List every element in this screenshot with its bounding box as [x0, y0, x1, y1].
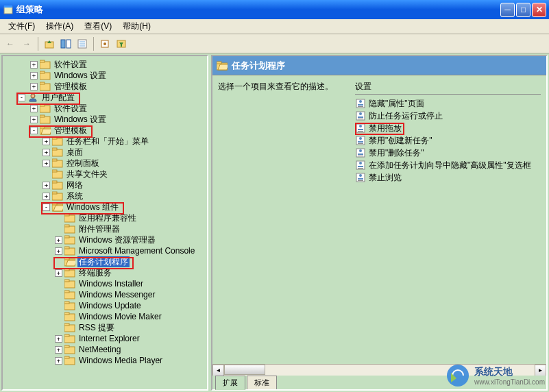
tree-label[interactable]: Windows 设置 — [53, 70, 108, 81]
tree-item[interactable]: +Windows 设置 — [3, 70, 207, 81]
expand-icon[interactable]: + — [42, 182, 50, 189]
tree-item[interactable]: +控制面板 — [3, 158, 207, 169]
expand-icon[interactable]: + — [30, 72, 38, 79]
expand-icon[interactable]: + — [55, 269, 62, 277]
collapse-icon[interactable]: - — [18, 94, 25, 101]
tree-label[interactable]: Windows Messenger — [77, 289, 156, 300]
nav-up-button[interactable] — [42, 36, 57, 51]
tree-item[interactable]: +系统 — [3, 191, 207, 201]
tree-item[interactable]: +软件设置 — [3, 103, 207, 114]
tree-label[interactable]: NetMeeting — [77, 344, 122, 355]
tree-item[interactable]: +网络 — [3, 180, 207, 191]
tree-item[interactable]: +软件设置 — [3, 59, 207, 70]
menu-help[interactable]: 帮助(H) — [117, 19, 156, 34]
tree-item[interactable]: +管理模板 — [3, 81, 207, 92]
tree-item[interactable]: -Windows 组件 — [3, 201, 207, 212]
tree-label[interactable]: 网络 — [65, 180, 84, 191]
tree-item[interactable]: Windows Movie Maker — [3, 311, 207, 322]
expand-icon[interactable]: + — [55, 357, 62, 365]
expand-icon[interactable]: + — [55, 335, 62, 343]
scroll-track[interactable] — [224, 365, 535, 376]
tree-item[interactable]: Windows Messenger — [3, 289, 207, 300]
tree-label[interactable]: Windows Installer — [77, 278, 145, 289]
tree-label[interactable]: 任务栏和「开始」菜单 — [65, 136, 150, 147]
tree-item[interactable]: -管理模板 — [3, 125, 207, 136]
tree-item[interactable]: 任务计划程序 — [3, 256, 207, 267]
tree-item[interactable]: +Windows 资源管理器 — [3, 234, 207, 245]
tree-label[interactable]: Windows 资源管理器 — [77, 234, 157, 245]
expand-icon[interactable]: + — [42, 193, 50, 200]
expand-icon[interactable]: + — [42, 149, 50, 156]
setting-item[interactable]: 隐藏"属性"页面 — [355, 97, 541, 110]
expand-icon[interactable]: + — [30, 116, 38, 123]
setting-item[interactable]: 防止任务运行或停止 — [355, 110, 541, 122]
export-button[interactable] — [97, 36, 112, 51]
expand-icon[interactable]: + — [42, 160, 50, 167]
tree-label[interactable]: Windows Movie Maker — [77, 311, 163, 322]
close-button[interactable]: ✕ — [532, 3, 546, 17]
tree-item[interactable]: +Windows 设置 — [3, 114, 207, 125]
tree-item[interactable]: 附件管理器 — [3, 223, 207, 234]
tree-label[interactable]: 软件设置 — [53, 59, 88, 70]
collapse-icon[interactable]: - — [42, 204, 50, 211]
tree-panel[interactable]: +软件设置+Windows 设置+管理模板-用户配置+软件设置+Windows … — [1, 55, 208, 391]
tree-item[interactable]: +任务栏和「开始」菜单 — [3, 136, 207, 147]
tree-label[interactable]: 终端服务 — [77, 267, 113, 278]
tree-item[interactable]: +Windows Media Player — [3, 355, 207, 366]
scroll-right-button[interactable]: ► — [535, 365, 546, 376]
setting-item[interactable]: 禁用"创建新任务" — [355, 134, 541, 147]
setting-item[interactable]: 禁用"删除任务" — [355, 147, 541, 159]
tree-item[interactable]: Windows Update — [3, 300, 207, 311]
minimize-button[interactable]: ─ — [500, 3, 515, 17]
tree-item[interactable]: 共享文件夹 — [3, 169, 207, 180]
tree-label[interactable]: 共享文件夹 — [65, 169, 109, 180]
tree-label[interactable]: Windows Update — [77, 300, 143, 311]
maximize-button[interactable]: □ — [516, 3, 530, 17]
tree-label[interactable]: 用户配置 — [40, 92, 76, 103]
filter-button[interactable] — [114, 36, 129, 51]
tree-item[interactable]: -用户配置 — [3, 92, 207, 103]
scroll-thumb[interactable] — [224, 365, 265, 375]
tree-item[interactable]: +NetMeeting — [3, 344, 207, 355]
tab-extended[interactable]: 扩展 — [215, 376, 245, 390]
expand-icon[interactable]: + — [30, 105, 38, 112]
tree-item[interactable]: RSS 提要 — [3, 322, 207, 333]
setting-item[interactable]: 禁用拖放 — [355, 122, 541, 134]
tree-item[interactable]: +Internet Explorer — [3, 333, 207, 344]
tree-label[interactable]: Windows Media Player — [77, 355, 164, 366]
expand-icon[interactable]: + — [55, 346, 62, 354]
tree-label[interactable]: 软件设置 — [53, 103, 88, 114]
tab-standard[interactable]: 标准 — [247, 376, 277, 389]
show-hide-tree-button[interactable] — [58, 36, 73, 51]
tree-item[interactable]: +Microsoft Management Console — [3, 245, 207, 256]
tree-label[interactable]: Windows 组件 — [65, 201, 120, 212]
setting-item[interactable]: 禁止浏览 — [355, 171, 541, 184]
horizontal-scrollbar[interactable]: ◄ ► — [212, 364, 546, 376]
menu-action[interactable]: 操作(A) — [40, 19, 79, 34]
tree-label[interactable]: Windows 设置 — [53, 114, 108, 125]
expand-icon[interactable]: + — [55, 236, 62, 244]
tree-item[interactable]: +终端服务 — [3, 267, 207, 278]
collapse-icon[interactable]: - — [30, 127, 38, 134]
tree-label[interactable]: 附件管理器 — [77, 223, 121, 234]
tree-label[interactable]: Internet Explorer — [77, 333, 141, 344]
tree-label[interactable]: Microsoft Management Console — [77, 245, 196, 256]
settings-column-header[interactable]: 设置 — [355, 81, 541, 95]
tree-label[interactable]: RSS 提要 — [77, 322, 116, 333]
tree-label[interactable]: 管理模板 — [53, 125, 88, 136]
expand-icon[interactable]: + — [42, 138, 50, 145]
tree-item[interactable]: 应用程序兼容性 — [3, 212, 207, 223]
properties-button[interactable] — [75, 36, 90, 51]
tree-label[interactable]: 系统 — [65, 191, 84, 201]
scroll-left-button[interactable]: ◄ — [212, 365, 224, 376]
tree-label[interactable]: 任务计划程序 — [77, 256, 130, 267]
menu-file[interactable]: 文件(F) — [3, 19, 40, 34]
tree-label[interactable]: 桌面 — [65, 147, 84, 158]
tree-label[interactable]: 应用程序兼容性 — [77, 212, 138, 223]
tree-item[interactable]: +桌面 — [3, 147, 207, 158]
tree-label[interactable]: 管理模板 — [53, 81, 88, 92]
tree-label[interactable]: 控制面板 — [65, 158, 101, 169]
expand-icon[interactable]: + — [30, 61, 38, 69]
menu-view[interactable]: 查看(V) — [79, 19, 117, 34]
expand-icon[interactable]: + — [55, 247, 62, 255]
